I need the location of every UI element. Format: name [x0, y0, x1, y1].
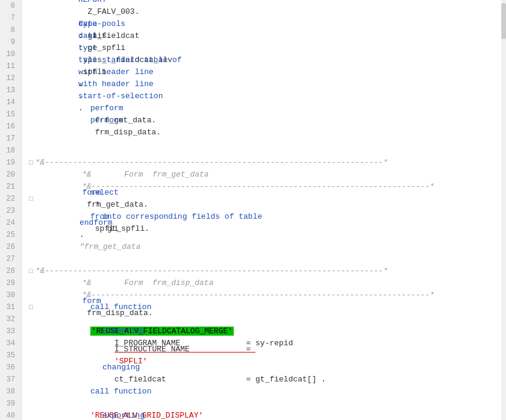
code-line-11: data : gt_spfli type standard table of s… — [27, 60, 506, 72]
code-line-26 — [27, 241, 506, 253]
code-line-27 — [27, 253, 506, 265]
code-content[interactable]: REPORT Z_FALV_003. type-pools : slis. da… — [22, 0, 506, 420]
code-editor: 6 7 8 9 10 11 12 13 14 15 16 17 18 19 20… — [0, 0, 506, 420]
scrollbar-vertical[interactable] — [501, 0, 506, 420]
code-line-25: endform . "frm_get_data — [27, 229, 506, 241]
scrollbar-thumb[interactable] — [501, 3, 506, 39]
code-line-16: perform frm_disp_data. — [27, 121, 506, 133]
code-line-18 — [27, 145, 506, 157]
line-numbers: 6 7 8 9 10 11 12 13 14 15 16 17 18 19 20… — [0, 0, 22, 420]
code-line-17 — [27, 133, 506, 145]
